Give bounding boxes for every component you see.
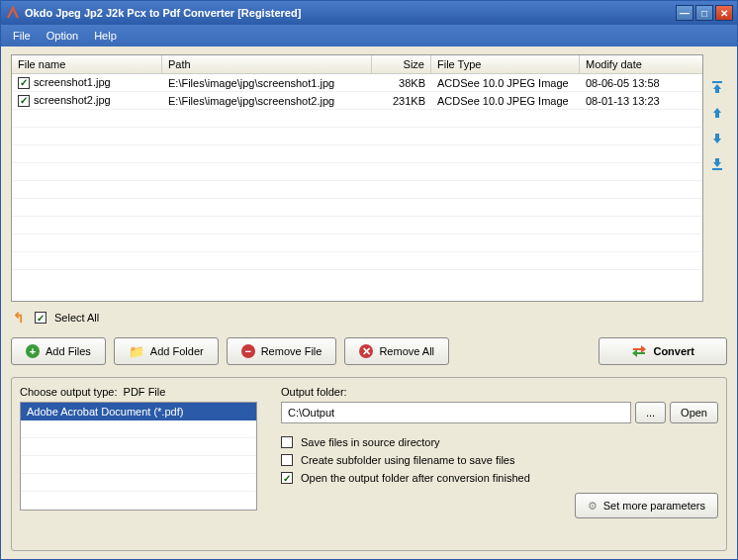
remove-all-button[interactable]: ✕ Remove All: [344, 337, 449, 365]
window-title: Okdo Jpeg Jp2 J2k Pcx to Pdf Converter […: [25, 7, 676, 19]
menu-file[interactable]: File: [5, 28, 39, 44]
svg-rect-0: [712, 81, 722, 83]
move-down-button[interactable]: [708, 130, 726, 147]
minimize-button[interactable]: —: [676, 5, 693, 21]
minus-icon: −: [241, 344, 255, 358]
set-more-parameters-button[interactable]: ⚙ Set more parameters: [575, 493, 718, 518]
save-source-label: Save files in source directory: [301, 436, 440, 448]
cell-size: 231KB: [372, 93, 431, 109]
convert-icon: [631, 343, 647, 359]
menu-help[interactable]: Help: [86, 28, 125, 44]
menu-option[interactable]: Option: [39, 28, 86, 44]
cell-date: 08-01-13 13:23: [580, 93, 702, 109]
gear-icon: ⚙: [588, 500, 598, 513]
convert-button[interactable]: Convert: [599, 337, 727, 365]
create-subfolder-label: Create subfolder using filename to save …: [301, 454, 514, 466]
output-type-list[interactable]: Adobe Acrobat Document (*.pdf): [20, 402, 257, 511]
reorder-buttons: [707, 54, 727, 302]
move-up-button[interactable]: [708, 104, 726, 122]
row-checkbox[interactable]: [18, 95, 30, 107]
move-top-button[interactable]: [708, 78, 726, 96]
table-header: File name Path Size File Type Modify dat…: [12, 55, 702, 74]
open-folder-button[interactable]: Open: [670, 402, 718, 423]
plus-icon: +: [26, 344, 40, 358]
file-table: File name Path Size File Type Modify dat…: [11, 54, 703, 302]
open-after-checkbox[interactable]: [281, 472, 293, 484]
col-filename[interactable]: File name: [12, 55, 162, 73]
x-icon: ✕: [359, 344, 373, 358]
cell-date: 08-06-05 13:58: [580, 75, 702, 91]
col-path[interactable]: Path: [162, 55, 372, 73]
output-folder-input[interactable]: [281, 402, 631, 423]
titlebar: Okdo Jpeg Jp2 J2k Pcx to Pdf Converter […: [1, 1, 737, 25]
close-button[interactable]: ✕: [715, 5, 733, 21]
up-level-icon[interactable]: ↰: [13, 310, 25, 326]
move-bottom-button[interactable]: [708, 155, 726, 173]
output-type-value: PDF File: [124, 386, 166, 398]
menubar: File Option Help: [1, 25, 737, 47]
col-modifydate[interactable]: Modify date: [580, 55, 702, 73]
cell-path: E:\Files\image\jpg\screenshot2.jpg: [162, 93, 372, 109]
more-params-label: Set more parameters: [603, 500, 705, 512]
remove-all-label: Remove All: [379, 345, 434, 357]
row-checkbox[interactable]: [18, 77, 30, 89]
cell-path: E:\Files\image\jpg\screenshot1.jpg: [162, 75, 372, 91]
col-filetype[interactable]: File Type: [431, 55, 580, 73]
cell-type: ACDSee 10.0 JPEG Image: [431, 93, 580, 109]
remove-file-label: Remove File: [261, 345, 323, 357]
browse-button[interactable]: ...: [635, 402, 666, 423]
cell-type: ACDSee 10.0 JPEG Image: [431, 75, 580, 91]
open-after-label: Open the output folder after conversion …: [301, 472, 530, 484]
maximize-button[interactable]: □: [695, 5, 713, 21]
table-row[interactable]: screenshot2.jpg E:\Files\image\jpg\scree…: [12, 92, 702, 110]
svg-rect-1: [712, 168, 722, 170]
add-files-button[interactable]: + Add Files: [11, 337, 106, 365]
folder-icon: 📁: [129, 343, 144, 359]
select-all-label: Select All: [54, 312, 99, 324]
cell-filename: screenshot2.jpg: [34, 94, 111, 106]
table-body: screenshot1.jpg E:\Files\image\jpg\scree…: [12, 74, 702, 301]
output-type-label: Choose output type:: [20, 386, 117, 398]
add-files-label: Add Files: [46, 345, 91, 357]
cell-filename: screenshot1.jpg: [34, 76, 111, 88]
type-list-item[interactable]: Adobe Acrobat Document (*.pdf): [21, 403, 256, 420]
remove-file-button[interactable]: − Remove File: [227, 337, 337, 365]
table-row[interactable]: screenshot1.jpg E:\Files\image\jpg\scree…: [12, 74, 702, 92]
col-size[interactable]: Size: [372, 55, 431, 73]
convert-label: Convert: [653, 345, 694, 357]
create-subfolder-checkbox[interactable]: [281, 454, 293, 466]
select-all-checkbox[interactable]: [35, 312, 46, 324]
add-folder-label: Add Folder: [150, 345, 204, 357]
output-folder-label: Output folder:: [281, 386, 718, 398]
save-source-checkbox[interactable]: [281, 436, 293, 448]
add-folder-button[interactable]: 📁 Add Folder: [114, 337, 219, 365]
app-icon: [5, 5, 21, 21]
cell-size: 38KB: [372, 75, 431, 91]
